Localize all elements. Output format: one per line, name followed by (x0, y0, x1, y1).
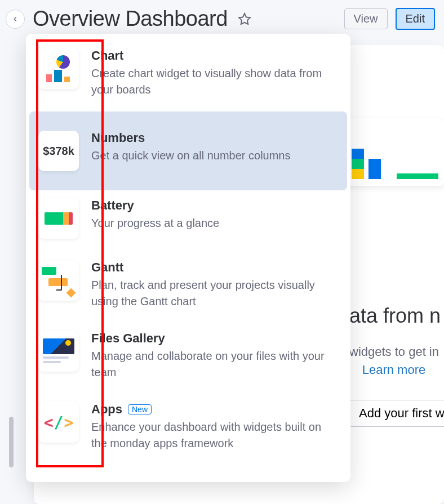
widget-title: Gantt (91, 260, 337, 275)
widget-option-chart[interactable]: Chart Create chart widget to visually sh… (26, 41, 350, 111)
widget-description: Plan, track and present your projects vi… (91, 277, 337, 310)
numbers-sample-value: $378k (43, 145, 74, 158)
widget-description: Get a quick view on all number columns (91, 148, 337, 164)
widget-description: Create chart widget to visually show dat… (91, 65, 337, 98)
edit-mode-button[interactable]: Edit (396, 8, 435, 30)
widget-title: Apps New (91, 402, 337, 417)
numbers-icon: $378k (38, 131, 79, 171)
widget-title: Files Gallery (91, 331, 337, 346)
empty-state-subtext: widgets to get in (349, 345, 438, 359)
widget-option-gantt[interactable]: Gantt Plan, track and present your proje… (26, 252, 350, 323)
widget-description: Your progress at a glance (91, 215, 337, 231)
battery-icon (38, 198, 79, 239)
new-badge: New (128, 404, 152, 414)
widget-option-files-gallery[interactable]: Files Gallery Manage and collaborate on … (26, 323, 350, 394)
star-icon (238, 12, 251, 26)
favorite-button[interactable] (236, 10, 254, 28)
add-first-widget-button[interactable]: Add your first w (349, 400, 444, 427)
scrollbar[interactable] (9, 417, 14, 467)
widget-option-numbers[interactable]: $378k Numbers Get a quick view on all nu… (29, 111, 347, 190)
widget-option-apps[interactable]: </> Apps New Enhance your dashboard with… (26, 394, 350, 465)
widget-description: Enhance your dashboard with widgets buil… (91, 419, 337, 452)
chevron-left-icon (11, 15, 19, 23)
view-mode-button[interactable]: View (344, 8, 388, 29)
widget-title: Chart (91, 48, 337, 63)
files-gallery-icon (38, 331, 79, 372)
widget-title: Numbers (91, 131, 337, 145)
empty-state-heading: ata from n (349, 304, 438, 328)
apps-icon: </> (38, 402, 79, 443)
widget-picker-menu: Chart Create chart widget to visually sh… (26, 34, 350, 482)
widget-title: Battery (91, 198, 337, 213)
widget-option-battery[interactable]: Battery Your progress at a glance (26, 190, 350, 252)
svg-marker-0 (239, 14, 250, 24)
chart-icon (38, 48, 79, 89)
widget-description: Manage and collaborate on your files wit… (91, 348, 337, 381)
learn-more-link[interactable]: Learn more (349, 363, 438, 377)
page-title: Overview Dashboard (33, 7, 228, 31)
gantt-icon (38, 260, 79, 301)
back-button[interactable] (6, 10, 25, 29)
